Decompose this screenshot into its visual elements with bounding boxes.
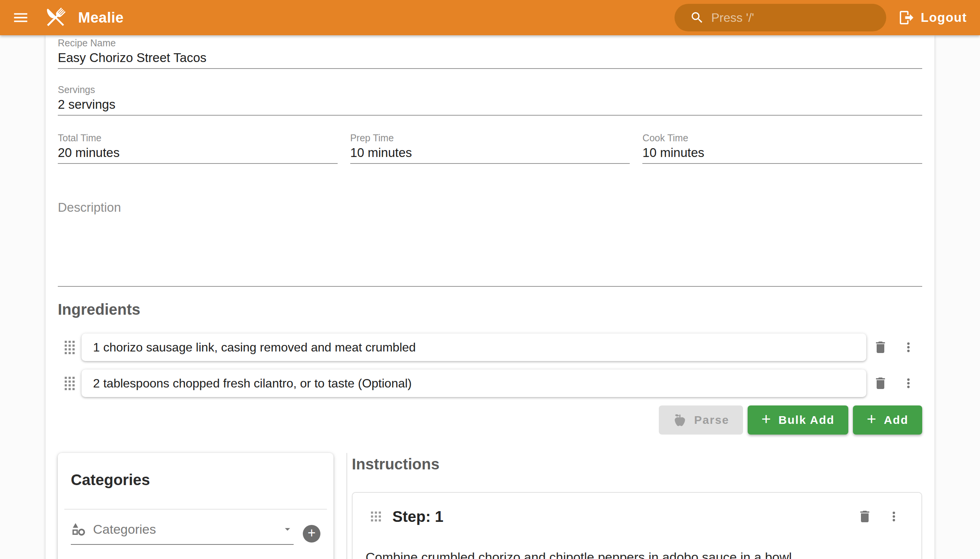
ingredient-row: 1 chorizo sausage link, casing removed a… bbox=[58, 334, 922, 361]
kebab-menu-icon bbox=[901, 340, 916, 354]
drag-handle-icon[interactable] bbox=[58, 377, 81, 390]
kebab-menu-icon bbox=[901, 376, 916, 390]
ingredient-menu-button[interactable] bbox=[894, 376, 922, 390]
hamburger-menu-button[interactable] bbox=[7, 4, 35, 31]
categories-card-title: Categories bbox=[71, 471, 321, 488]
mealie-recipe-editor: Mealie Logout Recipe Name Easy Chorizo S… bbox=[0, 0, 980, 559]
chevron-down-icon[interactable] bbox=[281, 523, 294, 535]
search-icon bbox=[690, 10, 704, 25]
ingredient-input[interactable]: 1 chorizo sausage link, casing removed a… bbox=[81, 334, 866, 361]
ingredient-actions: Parse + Bulk Add + Add bbox=[58, 405, 922, 435]
ingredient-text: 2 tablespoons chopped fresh cilantro, or… bbox=[93, 376, 412, 390]
categories-select-label: Categories bbox=[93, 522, 281, 537]
step-text-input[interactable]: Combine crumbled chorizo and chipotle pe… bbox=[365, 549, 905, 559]
ingredient-list: 1 chorizo sausage link, casing removed a… bbox=[58, 334, 922, 397]
servings-label: Servings bbox=[58, 85, 922, 94]
add-category-button[interactable]: + bbox=[303, 525, 321, 542]
app-title: Mealie bbox=[78, 10, 124, 26]
recipe-name-value[interactable]: Easy Chorizo Street Tacos bbox=[58, 51, 922, 68]
kebab-menu-icon bbox=[887, 509, 901, 524]
description-label: Description bbox=[58, 200, 922, 215]
categories-select-row: Categories + bbox=[71, 521, 321, 545]
ingredient-menu-button[interactable] bbox=[894, 340, 922, 354]
categories-card: Categories Categories bbox=[58, 453, 334, 559]
search-bar[interactable] bbox=[674, 4, 886, 31]
apple-icon bbox=[673, 413, 687, 427]
prep-time-label: Prep Time bbox=[350, 133, 630, 143]
ingredient-row: 2 tablespoons chopped fresh cilantro, or… bbox=[58, 369, 922, 397]
logout-label: Logout bbox=[921, 10, 967, 25]
drag-handle-icon[interactable] bbox=[364, 511, 388, 522]
add-ingredient-button[interactable]: + Add bbox=[853, 405, 922, 435]
delete-ingredient-button[interactable] bbox=[866, 340, 894, 355]
cook-time-value[interactable]: 10 minutes bbox=[642, 146, 922, 163]
recipe-name-field[interactable]: Recipe Name Easy Chorizo Street Tacos bbox=[58, 35, 922, 69]
step-title: Step: 1 bbox=[392, 508, 854, 525]
recipe-name-label: Recipe Name bbox=[58, 38, 922, 48]
ingredients-heading: Ingredients bbox=[58, 301, 922, 318]
plus-icon: + bbox=[867, 411, 877, 427]
cook-time-field[interactable]: Cook Time 10 minutes bbox=[642, 133, 922, 164]
cook-time-label: Cook Time bbox=[642, 133, 922, 143]
mealie-logo-icon bbox=[43, 5, 68, 30]
categories-select[interactable]: Categories bbox=[71, 521, 294, 545]
step-card: Step: 1 Combine crumbled chorizo bbox=[352, 492, 922, 559]
time-fields-row: Total Time 20 minutes Prep Time 10 minut… bbox=[58, 133, 922, 164]
delete-ingredient-button[interactable] bbox=[866, 375, 894, 391]
delete-step-button[interactable] bbox=[854, 509, 876, 524]
parse-button-label: Parse bbox=[694, 413, 729, 427]
plus-icon: + bbox=[762, 411, 772, 427]
logout-icon bbox=[899, 10, 914, 26]
hamburger-menu-icon bbox=[12, 9, 30, 26]
instructions-heading: Instructions bbox=[352, 455, 922, 473]
instructions-column: Instructions Step: 1 bbox=[347, 453, 922, 559]
categories-column: Categories Categories bbox=[58, 453, 334, 559]
bulk-add-button-label: Bulk Add bbox=[778, 413, 835, 427]
prep-time-field[interactable]: Prep Time 10 minutes bbox=[350, 133, 630, 164]
logout-button[interactable]: Logout bbox=[899, 0, 967, 35]
shapes-icon bbox=[71, 521, 87, 537]
ingredient-input[interactable]: 2 tablespoons chopped fresh cilantro, or… bbox=[81, 369, 866, 397]
bottom-section: Categories Categories bbox=[58, 453, 922, 559]
servings-value[interactable]: 2 servings bbox=[58, 97, 922, 115]
drag-handle-icon[interactable] bbox=[58, 341, 81, 354]
step-menu-button[interactable] bbox=[883, 509, 905, 524]
recipe-edit-card: Recipe Name Easy Chorizo Street Tacos Se… bbox=[46, 35, 934, 559]
step-header: Step: 1 bbox=[364, 506, 905, 527]
app-bar: Mealie Logout bbox=[0, 0, 980, 35]
prep-time-value[interactable]: 10 minutes bbox=[350, 146, 630, 163]
add-button-label: Add bbox=[884, 413, 909, 427]
trash-icon bbox=[873, 375, 888, 391]
total-time-label: Total Time bbox=[58, 133, 338, 143]
total-time-field[interactable]: Total Time 20 minutes bbox=[58, 133, 338, 164]
parse-button[interactable]: Parse bbox=[659, 405, 743, 435]
total-time-value[interactable]: 20 minutes bbox=[58, 146, 338, 163]
categories-card-divider bbox=[64, 509, 327, 509]
ingredient-text: 1 chorizo sausage link, casing removed a… bbox=[93, 341, 416, 354]
servings-field[interactable]: Servings 2 servings bbox=[58, 85, 922, 116]
trash-icon bbox=[873, 340, 888, 355]
plus-icon: + bbox=[307, 526, 316, 540]
description-field[interactable]: Description bbox=[58, 200, 922, 287]
trash-icon bbox=[857, 509, 873, 524]
search-input[interactable] bbox=[711, 11, 877, 25]
bulk-add-button[interactable]: + Bulk Add bbox=[748, 405, 848, 435]
